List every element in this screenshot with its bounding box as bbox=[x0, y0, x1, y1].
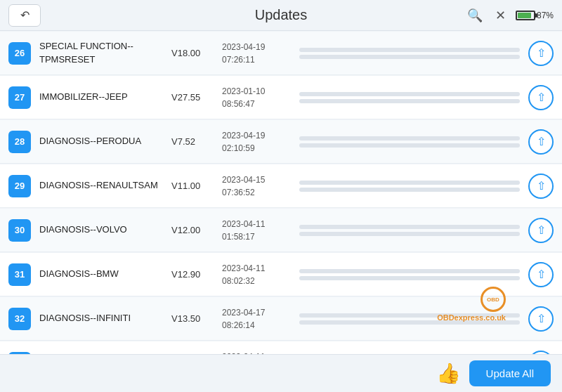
progress-bar-outer bbox=[299, 313, 520, 318]
item-update-button[interactable]: ⇧ bbox=[528, 351, 554, 355]
item-name: DIAGNOSIS--INFINITI bbox=[39, 312, 166, 325]
battery-indicator: 87% bbox=[516, 11, 554, 20]
item-progress bbox=[299, 48, 520, 59]
item-version: V12.90 bbox=[171, 269, 214, 280]
item-number: 31 bbox=[8, 263, 31, 286]
close-icon[interactable]: ✕ bbox=[492, 5, 509, 26]
progress-bar-outer bbox=[299, 48, 520, 52]
item-date: 2023-01-1008:56:47 bbox=[222, 85, 292, 110]
item-number: 28 bbox=[8, 131, 31, 153]
progress-bar-outer-2 bbox=[299, 188, 520, 192]
updates-list: 26 SPECIAL FUNCTION--TPMSRESET V18.00 20… bbox=[0, 31, 562, 354]
item-version: V18.00 bbox=[171, 48, 214, 58]
list-item: 30 DIAGNOSIS--VOLVO V12.00 2023-04-1101:… bbox=[0, 209, 562, 252]
item-version: V11.00 bbox=[171, 181, 214, 191]
back-button[interactable]: ↶ bbox=[8, 4, 41, 27]
item-date: 2023-04-1902:10:59 bbox=[222, 129, 292, 155]
footer: 👍 Update All bbox=[0, 354, 562, 392]
item-progress bbox=[299, 313, 520, 325]
item-update-button[interactable]: ⇧ bbox=[528, 218, 554, 243]
item-name: DIAGNOSIS--RENAULTSAM bbox=[39, 179, 166, 192]
list-item: 32 DIAGNOSIS--INFINITI V13.50 2023-04-17… bbox=[0, 297, 562, 341]
item-update-button[interactable]: ⇧ bbox=[528, 306, 554, 332]
progress-bar-outer-2 bbox=[299, 320, 520, 325]
item-date: 2023-04-1907:26:11 bbox=[222, 41, 292, 66]
item-date: 2023-04-1507:36:52 bbox=[222, 174, 292, 199]
progress-bar-outer-2 bbox=[299, 143, 520, 148]
item-version: V27.55 bbox=[171, 92, 214, 103]
item-name: DIAGNOSIS--BMW bbox=[39, 268, 166, 280]
progress-bar-outer-2 bbox=[299, 55, 520, 59]
list-item: 28 DIAGNOSIS--PERODUA V7.52 2023-04-1902… bbox=[0, 120, 562, 164]
item-number: 27 bbox=[8, 86, 31, 109]
list-item: 26 SPECIAL FUNCTION--TPMSRESET V18.00 20… bbox=[0, 32, 562, 75]
item-date: 2023-04-1708:26:14 bbox=[222, 306, 292, 332]
progress-bar-outer bbox=[299, 136, 520, 141]
list-item: 27 IMMOBILIZER--JEEP V27.55 2023-01-1008… bbox=[0, 76, 562, 119]
item-progress bbox=[299, 269, 520, 280]
header-right: 🔍 ✕ 87% bbox=[464, 5, 554, 26]
battery-bar bbox=[516, 11, 535, 20]
item-update-button[interactable]: ⇧ bbox=[528, 129, 554, 155]
item-version: V12.00 bbox=[171, 225, 214, 235]
progress-bar-outer-2 bbox=[299, 232, 520, 236]
item-update-button[interactable]: ⇧ bbox=[528, 41, 554, 66]
list-item: 29 DIAGNOSIS--RENAULTSAM V11.00 2023-04-… bbox=[0, 164, 562, 208]
item-version: V13.50 bbox=[171, 313, 214, 324]
item-number: 33 bbox=[8, 352, 31, 355]
search-icon[interactable]: 🔍 bbox=[464, 5, 485, 26]
item-version: V7.52 bbox=[171, 136, 214, 147]
progress-bar-outer-2 bbox=[299, 276, 520, 280]
item-number: 30 bbox=[8, 219, 31, 242]
item-name: SPECIAL FUNCTION--TPMSRESET bbox=[39, 40, 166, 65]
progress-bar-outer bbox=[299, 181, 520, 185]
item-progress bbox=[299, 225, 520, 236]
progress-bar-outer bbox=[299, 269, 520, 273]
item-update-button[interactable]: ⇧ bbox=[528, 85, 554, 110]
item-number: 29 bbox=[8, 175, 31, 197]
progress-bar-outer-2 bbox=[299, 99, 520, 103]
header: ↶ Updates 🔍 ✕ 87% bbox=[0, 0, 562, 31]
back-icon: ↶ bbox=[20, 8, 30, 22]
item-date: 2023-04-1108:02:32 bbox=[222, 262, 292, 287]
item-date: 2023-04-1101:58:17 bbox=[222, 218, 292, 243]
progress-bar-outer bbox=[299, 225, 520, 229]
page-title: Updates bbox=[255, 7, 308, 23]
item-progress bbox=[299, 92, 520, 103]
update-all-button[interactable]: Update All bbox=[469, 360, 551, 386]
item-update-button[interactable]: ⇧ bbox=[528, 174, 554, 199]
item-number: 32 bbox=[8, 308, 31, 330]
header-left: ↶ bbox=[8, 4, 41, 27]
item-update-button[interactable]: ⇧ bbox=[528, 262, 554, 287]
battery-pct: 87% bbox=[537, 11, 554, 20]
item-progress bbox=[299, 181, 520, 192]
item-name: DIAGNOSIS--VOLVO bbox=[39, 223, 166, 236]
item-date: 2023-04-1107:19:09 bbox=[222, 351, 292, 355]
item-name: IMMOBILIZER--JEEP bbox=[39, 91, 166, 103]
item-name: DIAGNOSIS--PERODUA bbox=[39, 135, 166, 148]
list-item: 31 DIAGNOSIS--BMW V12.90 2023-04-1108:02… bbox=[0, 253, 562, 296]
finger-icon: 👍 bbox=[436, 362, 461, 385]
item-progress bbox=[299, 136, 520, 148]
list-item: 33 DIAGNOSIS--ROLLS V12.90 2023-04-1107:… bbox=[0, 341, 562, 354]
item-number: 26 bbox=[8, 42, 31, 65]
battery-fill bbox=[518, 13, 531, 18]
progress-bar-outer bbox=[299, 92, 520, 96]
